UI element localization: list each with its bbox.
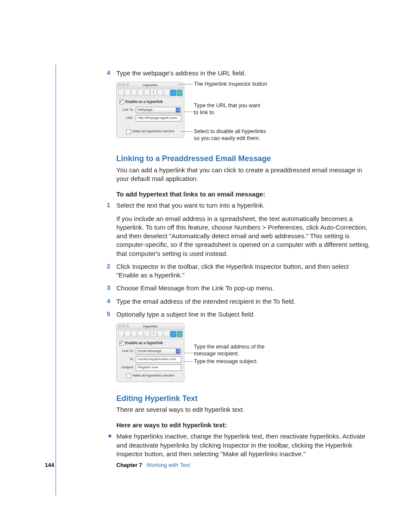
inspector-tabs: T [117,330,184,339]
metrics-inspector-icon[interactable] [164,90,170,96]
chevron-down-icon [176,108,180,112]
inspector-title: Hyperlink [143,83,157,88]
inspector-titlebar: Hyperlink [117,82,184,89]
url-value: http://livepage.apple.com/ [138,116,177,121]
linkto-select[interactable]: Webpage [136,107,181,113]
figure-2: Hyperlink T [116,323,371,382]
inspector-panel-webpage: Hyperlink T [116,82,184,137]
inactive-checkbox[interactable] [126,129,131,134]
chart-inspector-icon[interactable] [144,331,150,337]
to-field[interactable]: somebody@domain.com [136,356,181,363]
inspector-title: Hyperlink [143,324,157,329]
heading-editing-hyperlink-text: Editing Hyperlink Text [116,393,371,404]
doc-inspector-icon[interactable] [118,331,124,337]
page-footer: 144 Chapter 7 Working with Text [45,462,368,468]
url-field[interactable]: http://livepage.apple.com/ [136,115,181,121]
inactive-checkbox[interactable] [126,373,131,378]
step-4: 4 Type the webpage's address in the URL … [116,69,371,78]
step-4b: 4 Type the email address of the intended… [116,297,371,306]
heading-preaddressed-email: Linking to a Preaddressed Email Message [116,153,371,164]
quicktime-inspector-icon[interactable] [177,331,183,337]
window-controls [118,324,129,327]
figure-1: Hyperlink T [116,82,371,142]
step-text: Click Inspector in the toolbar, click th… [116,263,349,279]
table-inspector-icon[interactable] [131,331,137,337]
task-heading-2: Here are ways to edit hyperlink text: [116,421,371,429]
step-text: Choose Email Message from the Link To po… [116,284,274,292]
bullet-1: Make hyperlinks inactive, change the hyp… [116,432,371,458]
sheet-inspector-icon[interactable] [125,90,131,96]
callout-disable: Select to disable all hyperlinks so you … [194,128,266,142]
inactive-label: Make all hyperlinks inactive [132,373,174,378]
linkto-label: Link To: [119,108,134,112]
intro-para-2: There are several ways to edit hyperlink… [116,405,371,414]
page-number: 144 [45,462,62,468]
step-text: Optionally type a subject line in the Su… [116,311,255,318]
step-1: 1 Select the text that you want to turn … [116,201,371,258]
inspector-tabs: T [117,89,184,97]
chevron-down-icon [176,349,180,354]
linkto-label: Link To: [119,349,134,354]
minimize-icon[interactable] [122,83,125,86]
bullet-text: Make hyperlinks inactive, change the hyp… [116,432,365,457]
zoom-icon[interactable] [126,83,129,86]
enable-hyperlink-label: Enable as a hyperlink [125,341,163,345]
step-note: If you include an email address in a spr… [116,215,371,258]
cell-inspector-icon[interactable] [137,90,143,96]
callout-inspector-button: The Hyperlink Inspector button [194,81,267,88]
enable-hyperlink-row[interactable]: Enable as a hyperlink [119,341,181,345]
chapter-name: Working with Text [146,462,190,468]
sheet-inspector-icon[interactable] [125,331,131,337]
enable-hyperlink-checkbox[interactable] [119,100,124,104]
content-column: 4 Type the webpage's address in the URL … [116,69,371,458]
task-heading-1: To add hypertext that links to an email … [116,190,371,199]
subject-value: Register now [138,365,158,370]
text-inspector-icon[interactable]: T [150,90,156,96]
metrics-inspector-icon[interactable] [164,331,170,337]
step-3: 3 Choose Email Message from the Link To … [116,284,371,292]
close-icon[interactable] [118,83,121,86]
linkto-select[interactable]: Email Message [136,348,181,355]
figure-2-callouts: Type the email address of the message re… [190,323,290,375]
graphic-inspector-icon[interactable] [157,331,163,337]
step-number: 5 [107,310,110,318]
chart-inspector-icon[interactable] [144,90,150,96]
hyperlink-inspector-icon[interactable] [170,90,176,96]
step-number: 3 [107,284,110,292]
step-number: 1 [107,201,110,209]
step-2: 2 Click Inspector in the toolbar, click … [116,262,371,280]
close-icon[interactable] [118,324,121,327]
figure-1-callouts: The Hyperlink Inspector button Type the … [190,82,290,142]
step-number: 2 [107,262,110,271]
callout-url: Type the URL that you want to link to. [194,103,260,116]
enable-hyperlink-checkbox[interactable] [119,341,124,345]
table-inspector-icon[interactable] [131,90,137,96]
text-inspector-icon[interactable]: T [150,331,156,337]
step-text: Select the text that you want to turn in… [116,201,371,210]
chapter-label: Chapter 7 [116,462,142,468]
url-label: URL: [119,116,134,121]
window-controls [118,83,129,86]
enable-hyperlink-label: Enable as a hyperlink [125,100,163,104]
step-text: Type the webpage's address in the URL fi… [116,69,246,77]
graphic-inspector-icon[interactable] [157,90,163,96]
hyperlink-inspector-icon[interactable] [170,331,176,337]
cell-inspector-icon[interactable] [137,331,143,337]
step-number: 4 [107,69,110,77]
page: 4 Type the webpage's address in the URL … [0,0,411,532]
intro-para-1: You can add a hyperlink that you can cli… [116,166,371,184]
subject-field[interactable]: Register now [136,364,181,371]
quicktime-inspector-icon[interactable] [177,90,183,96]
enable-hyperlink-row[interactable]: Enable as a hyperlink [119,100,181,104]
subject-label: Subject: [119,365,134,370]
step-text: Type the email address of the intended r… [116,298,296,305]
linkto-value: Email Message [138,349,162,354]
doc-inspector-icon[interactable] [118,90,124,96]
step-5: 5 Optionally type a subject line in the … [116,310,371,319]
inactive-row[interactable]: Make all hyperlinks inactive [119,373,181,378]
minimize-icon[interactable] [122,324,125,327]
zoom-icon[interactable] [126,324,129,327]
margin-rule [56,65,56,495]
to-label: To: [119,357,134,362]
inactive-row[interactable]: Make all hyperlinks inactive [119,129,181,134]
